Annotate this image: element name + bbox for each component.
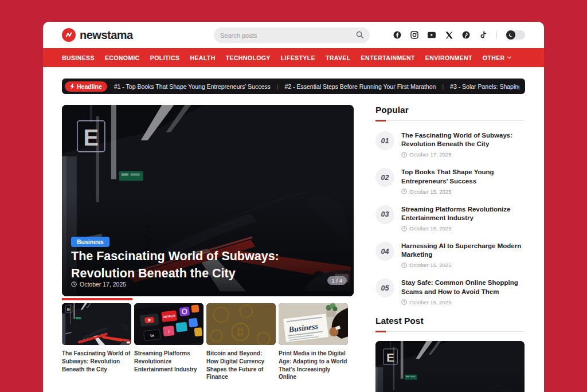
lightning-icon (70, 84, 75, 89)
clock-icon (401, 226, 407, 232)
search-icon[interactable] (356, 30, 363, 41)
popular-date: October 15, 2025 (401, 262, 525, 268)
carousel-thumb-1[interactable]: The Fascinating World of Subways: Revolu… (62, 303, 131, 381)
carousel-thumbnails: The Fascinating World of Subways: Revolu… (62, 303, 354, 381)
rank-badge: 04 (375, 242, 394, 261)
nav-item-technology[interactable]: TECHNOLOGY (226, 54, 271, 61)
hero-date-text: October 17, 2025 (80, 281, 126, 288)
headline-badge-label: Headline (77, 83, 102, 90)
popular-date: October 15, 2025 (401, 225, 525, 232)
thumb-title: The Fascinating World of Subways: Revolu… (62, 350, 131, 373)
nav-item-lifestyle[interactable]: LIFESTYLE (281, 54, 315, 61)
carousel-progress-fill (62, 298, 132, 300)
ticker-items: #1 - Top Books That Shape Young Entrepre… (114, 83, 519, 90)
thumb-title: Print Media in the Digital Age: Adapting… (279, 350, 348, 381)
popular-heading: Popular (375, 105, 525, 120)
nav-item-environment[interactable]: ENVIRONMENT (425, 54, 472, 61)
popular-title[interactable]: Harnessing AI to Supercharge Modern Mark… (401, 242, 525, 259)
logo-text: newstama (80, 29, 133, 42)
popular-date-text: October 15, 2025 (409, 262, 451, 268)
site-logo[interactable]: newstama (62, 28, 133, 42)
nav-item-business[interactable]: BUSINESS (62, 54, 95, 61)
main-nav: BUSINESS ECONOMIC POLITICS HEALTH TECHNO… (43, 48, 544, 67)
carousel-thumb-3[interactable]: Bitcoin and Beyond: How Digital Currency… (206, 303, 276, 381)
nav-other-label: OTHER (483, 54, 505, 61)
search-input[interactable] (220, 32, 356, 39)
streaming-apps-photo (134, 303, 204, 345)
clock-icon (401, 299, 407, 305)
subway-train-photo (62, 303, 131, 345)
popular-title[interactable]: Stay Safe: Common Online Shopping Scams … (401, 279, 525, 296)
popular-list: 01 The Fascinating World of Subways: Rev… (375, 131, 525, 305)
carousel-progress (62, 298, 354, 300)
youtube-icon[interactable] (428, 31, 436, 39)
popular-title[interactable]: Streaming Platforms Revolutionize Entert… (401, 205, 525, 222)
newspaper-photo (279, 303, 348, 345)
rank-badge: 05 (375, 279, 394, 297)
popular-date-text: October 15, 2025 (409, 299, 451, 305)
carousel-thumb-2[interactable]: Streaming Platforms Revolutionize Entert… (134, 303, 204, 381)
logo-icon (62, 28, 76, 42)
popular-item-4[interactable]: 04 Harnessing AI to Supercharge Modern M… (375, 242, 525, 268)
headline-ticker: Headline #1 - Top Books That Shape Young… (62, 79, 525, 94)
section-rule (375, 331, 525, 332)
header-divider (496, 31, 497, 39)
theme-toggle[interactable] (506, 30, 525, 40)
popular-date-text: October 17, 2025 (409, 151, 451, 158)
thumb-title: Bitcoin and Beyond: How Digital Currency… (206, 350, 276, 381)
ticker-item[interactable]: #3 - Solar Panels: Shaping a Brighter (450, 83, 519, 90)
ticker-item[interactable]: #2 - Essential Steps Before Running Your… (285, 83, 436, 90)
popular-date: October 17, 2025 (401, 151, 525, 158)
nav-item-politics[interactable]: POLITICS (150, 54, 180, 61)
slide-counter: 1 / 4 (327, 276, 347, 285)
tiktok-icon[interactable] (479, 31, 487, 39)
ticker-item[interactable]: #1 - Top Books That Shape Young Entrepre… (114, 83, 271, 90)
clock-icon (401, 152, 407, 158)
popular-item-3[interactable]: 03 Streaming Platforms Revolutionize Ent… (375, 205, 525, 232)
popular-title[interactable]: Top Books That Shape Young Entrepreneurs… (401, 168, 525, 185)
moon-icon (506, 30, 515, 40)
section-rule (375, 120, 525, 121)
site-card: newstama (43, 22, 544, 392)
chevron-down-icon (507, 56, 511, 59)
clock-icon (401, 262, 407, 268)
x-icon[interactable] (445, 31, 453, 39)
nav-item-entertainment[interactable]: ENTERTAINMENT (361, 54, 415, 61)
popular-date: October 15, 2025 (401, 299, 525, 305)
nav-item-health[interactable]: HEALTH (190, 54, 215, 61)
popular-item-2[interactable]: 02 Top Books That Shape Young Entreprene… (375, 168, 525, 194)
rank-badge: 01 (375, 131, 394, 150)
rank-badge: 03 (375, 205, 394, 224)
instagram-icon[interactable] (410, 31, 418, 39)
nav-item-other[interactable]: OTHER (483, 54, 511, 61)
pinterest-icon[interactable] (462, 31, 470, 39)
header-actions (393, 22, 525, 48)
carousel-thumb-4[interactable]: Print Media in the Digital Age: Adapting… (279, 303, 348, 381)
popular-item-1[interactable]: 01 The Fascinating World of Subways: Rev… (375, 131, 525, 158)
sidebar: Popular 01 The Fascinating World of Subw… (375, 105, 525, 392)
clock-icon (71, 281, 77, 287)
gold-coins-photo (206, 303, 276, 345)
hero-article[interactable]: Business The Fascinating World of Subway… (62, 105, 354, 296)
header: newstama (43, 22, 544, 48)
headline-badge: Headline (65, 81, 107, 92)
popular-date: October 15, 2025 (401, 189, 525, 195)
hero-title[interactable]: The Fascinating World of Subways: Revolu… (71, 248, 325, 282)
popular-title[interactable]: The Fascinating World of Subways: Revolu… (401, 131, 525, 148)
popular-item-5[interactable]: 05 Stay Safe: Common Online Shopping Sca… (375, 279, 525, 305)
nav-item-economic[interactable]: ECONOMIC (105, 54, 140, 61)
popular-date-text: October 15, 2025 (409, 189, 451, 195)
facebook-icon[interactable] (393, 31, 401, 39)
popular-date-text: October 15, 2025 (409, 225, 451, 232)
latest-card-overlay (375, 341, 525, 392)
nav-item-travel[interactable]: TRAVEL (326, 54, 351, 61)
thumb-title: Streaming Platforms Revolutionize Entert… (134, 350, 204, 373)
latest-post-card[interactable]: Business The Fascinating World of Subway… (375, 341, 525, 392)
clock-icon (401, 189, 407, 194)
hero-date: October 17, 2025 (71, 281, 126, 288)
search-bar[interactable] (214, 28, 370, 43)
ticker-separator: | (442, 83, 444, 90)
latest-post-heading: Latest Post (375, 316, 525, 331)
ticker-separator: | (277, 83, 279, 90)
hero-category-badge[interactable]: Business (71, 237, 109, 247)
